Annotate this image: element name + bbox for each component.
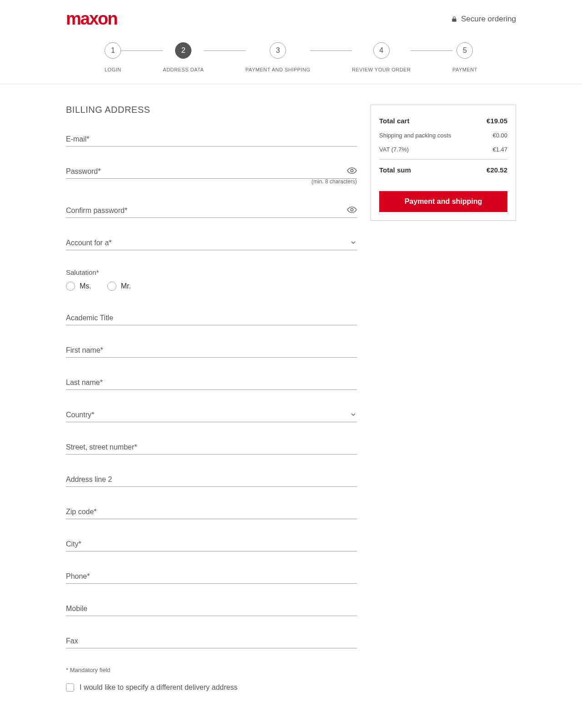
page-title: BILLING ADDRESS <box>66 105 357 115</box>
salutation-label: Salutation* <box>66 268 357 276</box>
different-delivery-checkbox[interactable] <box>66 683 74 692</box>
last-name-field[interactable] <box>66 376 357 390</box>
first-name-field[interactable] <box>66 344 357 358</box>
radio-icon <box>107 282 116 291</box>
fax-field[interactable] <box>66 634 357 648</box>
mandatory-note: * Mandatory field <box>66 667 357 673</box>
phone-field[interactable] <box>66 570 357 584</box>
total-sum-label: Total sum <box>379 166 411 174</box>
email-field[interactable] <box>66 132 357 147</box>
total-cart-value: €19.05 <box>487 117 507 125</box>
total-sum-value: €20.52 <box>487 166 507 174</box>
vat-label: VAT (7.7%) <box>379 146 409 153</box>
step-address[interactable]: 2 ADDRESS DATA <box>163 42 204 72</box>
address-line2-field[interactable] <box>66 473 357 487</box>
lock-icon <box>451 16 457 22</box>
step-login[interactable]: 1 LOGIN <box>105 42 121 72</box>
password-hint: (min. 8 characters) <box>311 178 357 185</box>
svg-point-1 <box>351 208 353 211</box>
step-review[interactable]: 4 REVIEW YOUR ORDER <box>352 42 411 72</box>
total-cart-label: Total cart <box>379 117 409 125</box>
eye-icon[interactable] <box>347 205 357 215</box>
secure-text: Secure ordering <box>461 15 516 24</box>
password-field[interactable] <box>66 165 357 179</box>
salutation-ms[interactable]: Ms. <box>66 282 91 291</box>
street-field[interactable] <box>66 440 357 455</box>
eye-icon[interactable] <box>347 166 357 176</box>
country-select[interactable] <box>66 408 357 422</box>
account-for-select[interactable] <box>66 236 357 250</box>
shipping-value: €0.00 <box>492 132 507 139</box>
payment-shipping-button[interactable]: Payment and shipping <box>379 191 507 212</box>
radio-icon <box>66 282 75 291</box>
step-payment[interactable]: 5 PAYMENT <box>452 42 477 72</box>
step-payment-shipping[interactable]: 3 PAYMENT AND SHIPPING <box>246 42 311 72</box>
salutation-mr[interactable]: Mr. <box>107 282 131 291</box>
vat-value: €1.47 <box>492 146 507 153</box>
shipping-label: Shipping and packing costs <box>379 132 451 139</box>
mobile-field[interactable] <box>66 602 357 616</box>
secure-badge: Secure ordering <box>451 15 516 24</box>
logo[interactable]: maxon <box>66 9 117 29</box>
city-field[interactable] <box>66 537 357 551</box>
zip-field[interactable] <box>66 505 357 519</box>
order-summary: Total cart €19.05 Shipping and packing c… <box>371 105 516 221</box>
confirm-password-field[interactable] <box>66 204 357 218</box>
different-delivery-label: I would like to specify a different deli… <box>80 683 237 692</box>
academic-title-field[interactable] <box>66 311 357 325</box>
svg-point-0 <box>351 169 353 172</box>
checkout-steps: 1 LOGIN 2 ADDRESS DATA 3 PAYMENT AND SHI… <box>105 42 477 72</box>
